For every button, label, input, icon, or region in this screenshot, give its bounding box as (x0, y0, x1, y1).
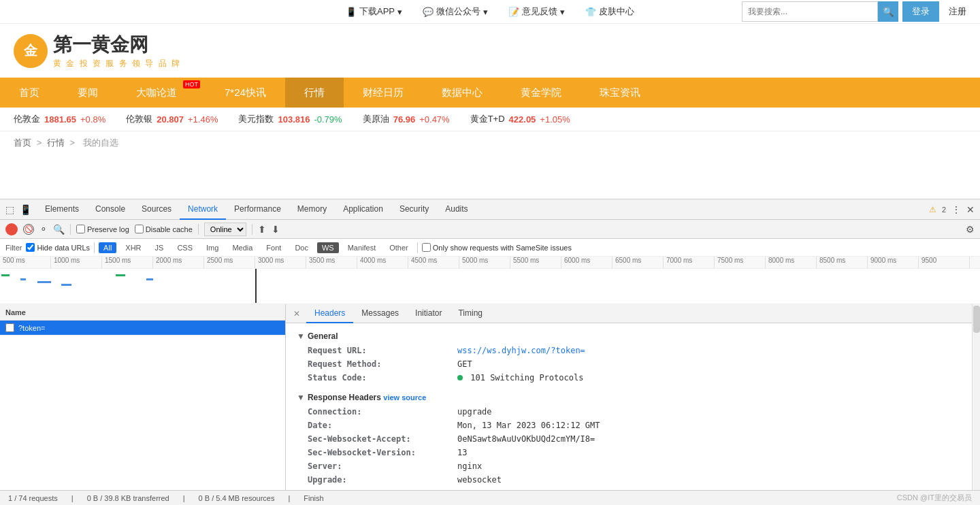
search-area: 🔍 (742, 1, 898, 22)
top-navigation: 📱 下载APP ▾ 💬 微信公众号 ▾ 📝 意见反馈 ▾ 👕 皮肤中心 🔍 登录… (0, 0, 980, 24)
feedback-nav[interactable]: 📝 意见反馈 ▾ (508, 5, 565, 18)
skin-nav[interactable]: 👕 皮肤中心 (585, 5, 634, 18)
content-spacer (0, 154, 980, 175)
dropdown-icon3: ▾ (560, 7, 565, 17)
nav-quicknews[interactable]: 7*24快讯 (206, 78, 285, 108)
logo-circle: 金 (14, 34, 48, 68)
hot-badge: HOT (183, 80, 200, 88)
ticker-crude-oil: 美原油 76.96 +0.47% (363, 113, 450, 125)
breadcrumb-sep2: > (69, 137, 77, 148)
main-navigation: 首页 要闻 大咖论道 HOT 7*24快讯 行情 财经日历 数据中心 黄金学院 … (0, 78, 980, 108)
nav-news[interactable]: 要闻 (59, 78, 117, 108)
ticker-london-gold: 伦敦金 1881.65 +0.8% (14, 113, 105, 125)
wechat-nav[interactable]: 💬 微信公众号 ▾ (423, 5, 488, 18)
wechat-icon: 💬 (423, 7, 434, 17)
dropdown-icon: ▾ (397, 7, 402, 17)
login-button[interactable]: 登录 (902, 1, 939, 22)
logo-circle-text: 金 (24, 42, 37, 60)
skin-icon: 👕 (585, 7, 596, 17)
nav-daka[interactable]: 大咖论道 HOT (117, 78, 206, 108)
breadcrumb: 首页 > 行情 > 我的自选 (0, 131, 980, 154)
nav-academy[interactable]: 黄金学院 (502, 78, 581, 108)
ticker-usd-index: 美元指数 103.816 -0.79% (238, 113, 342, 125)
download-app-nav[interactable]: 📱 下载APP ▾ (346, 5, 402, 18)
nav-jewelry[interactable]: 珠宝资讯 (581, 78, 659, 108)
breadcrumb-home[interactable]: 首页 (14, 137, 31, 148)
download-app-label: 下载APP (359, 5, 395, 18)
ticker-bar: 伦敦金 1881.65 +0.8% 伦敦银 20.807 +1.46% 美元指数… (0, 108, 980, 131)
logo-text: 第一黄金网 黄 金 投 资 服 务 领 导 品 牌 (53, 32, 181, 69)
breadcrumb-current: 我的自选 (83, 137, 118, 148)
logo-subtitle: 黄 金 投 资 服 务 领 导 品 牌 (53, 58, 181, 69)
ticker-london-silver: 伦敦银 20.807 +1.46% (126, 113, 218, 125)
wechat-label: 微信公众号 (436, 5, 480, 18)
nav-calendar[interactable]: 财经日历 (344, 78, 423, 108)
feedback-icon: 📝 (508, 7, 519, 17)
phone-icon: 📱 (346, 7, 357, 17)
ticker-gold-td: 黄金T+D 422.05 +1.05% (470, 113, 570, 125)
search-input[interactable] (742, 1, 878, 22)
nav-data[interactable]: 数据中心 (423, 78, 502, 108)
nav-home[interactable]: 首页 (0, 78, 59, 108)
register-button[interactable]: 注册 (942, 1, 973, 22)
skin-label: 皮肤中心 (599, 5, 634, 18)
dropdown-icon2: ▾ (483, 7, 488, 17)
breadcrumb-sep1: > (37, 137, 44, 148)
search-button[interactable]: 🔍 (878, 1, 898, 22)
logo-title: 第一黄金网 (53, 32, 181, 58)
logo-area: 金 第一黄金网 黄 金 投 资 服 务 领 导 品 牌 (0, 24, 980, 78)
breadcrumb-market[interactable]: 行情 (47, 137, 65, 148)
feedback-label: 意见反馈 (522, 5, 557, 18)
nav-market[interactable]: 行情 (285, 78, 344, 108)
